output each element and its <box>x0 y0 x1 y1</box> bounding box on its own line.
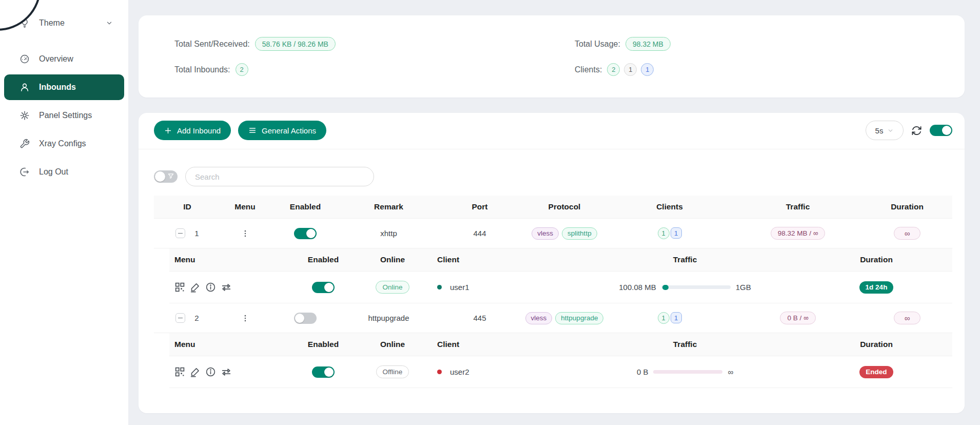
add-inbound-label: Add Inbound <box>177 126 221 135</box>
col-client-duration: Duration <box>800 340 952 349</box>
client-duration-badge: 1d 24h <box>859 281 894 294</box>
col-client-name: Client <box>426 255 570 264</box>
client-status-dot <box>437 285 442 289</box>
general-actions-button[interactable]: General Actions <box>238 121 326 140</box>
search-row <box>154 167 952 186</box>
id-cell: 1 <box>154 228 221 238</box>
col-menu: Menu <box>221 202 269 211</box>
inbound-enabled-toggle[interactable] <box>294 313 317 324</box>
clients-deactivated-badge: 1 <box>624 63 637 76</box>
clients-cell: 1 1 <box>605 312 734 324</box>
col-client-online: Online <box>359 255 426 264</box>
add-inbound-button[interactable]: Add Inbound <box>154 121 231 140</box>
refresh-interval-value: 5s <box>875 126 884 135</box>
inbound-enabled-toggle[interactable] <box>294 228 317 239</box>
gear-icon <box>19 110 30 121</box>
online-status-pill: Offline <box>376 365 409 378</box>
duration-pill: ∞ <box>894 312 920 324</box>
client-subtable: Menu Enabled Online Client Traffic Durat… <box>169 248 952 303</box>
refresh-interval-select[interactable]: 5s <box>866 121 904 140</box>
inbound-row: 2 httpupgrade 445 vless httpupgrade 1 1 <box>154 303 952 333</box>
sidebar-item-label: Log Out <box>39 167 68 177</box>
qr-code-icon[interactable] <box>174 282 185 293</box>
client-name-cell: user1 <box>426 283 570 292</box>
collapse-row-button[interactable] <box>175 313 185 323</box>
toolbar-divider <box>139 149 965 149</box>
traffic-used: 100.08 MB <box>619 283 656 292</box>
stat-total-sent-received: Total Sent/Received: 58.76 KB / 98.26 MB <box>174 37 575 51</box>
protocol-cell: vless httpupgrade <box>523 312 605 324</box>
plus-icon <box>164 127 172 134</box>
client-name: user2 <box>450 368 469 376</box>
clients-cell: 1 1 <box>605 227 734 239</box>
stat-total-usage: Total Usage: 98.32 MB <box>575 37 965 51</box>
client-enabled-toggle[interactable] <box>312 366 335 378</box>
inbound-id: 2 <box>194 314 199 322</box>
reset-traffic-icon[interactable] <box>221 282 232 293</box>
row-menu-button[interactable] <box>221 229 269 238</box>
sidebar-item-overview[interactable]: Overview <box>4 46 124 72</box>
stat-total-inbounds: Total Inbounds: 2 <box>174 63 575 76</box>
edit-icon[interactable] <box>190 366 201 377</box>
refresh-button[interactable] <box>911 125 922 136</box>
sidebar-item-label: Overview <box>39 54 73 64</box>
client-traffic-cell: 0 B ∞ <box>570 368 800 376</box>
search-input[interactable] <box>185 167 374 186</box>
col-enabled: Enabled <box>269 202 341 211</box>
clients-online-badge: 1 <box>641 63 654 76</box>
sidebar-item-inbounds[interactable]: Inbounds <box>4 74 124 100</box>
col-client-menu: Menu <box>169 340 287 349</box>
transport-tag: httpupgrade <box>555 312 603 324</box>
client-enabled-toggle[interactable] <box>312 282 335 293</box>
stat-label: Clients: <box>575 65 602 74</box>
row-menu-button[interactable] <box>221 314 269 323</box>
sidebar-item-log-out[interactable]: Log Out <box>4 159 124 185</box>
edit-icon[interactable] <box>190 282 201 293</box>
logout-icon <box>19 167 30 177</box>
wrench-icon <box>19 139 30 149</box>
col-client-name: Client <box>426 340 570 349</box>
stats-card: Total Sent/Received: 58.76 KB / 98.26 MB… <box>139 15 965 98</box>
client-header-row: Menu Enabled Online Client Traffic Durat… <box>169 248 952 272</box>
info-icon[interactable] <box>205 366 216 377</box>
dashboard-icon <box>19 54 30 64</box>
inbound-remark: httpupgrade <box>341 314 436 322</box>
traffic-pill: 0 B / ∞ <box>780 312 815 324</box>
col-remark: Remark <box>341 202 436 211</box>
collapse-row-button[interactable] <box>175 228 185 238</box>
inbound-id: 1 <box>194 229 199 238</box>
auto-refresh-toggle[interactable] <box>930 125 952 136</box>
transport-tag: splithttp <box>562 227 597 240</box>
reset-traffic-icon[interactable] <box>221 366 232 378</box>
col-clients: Clients <box>605 202 734 211</box>
chevron-down-icon <box>106 20 113 27</box>
info-icon[interactable] <box>205 282 216 293</box>
refresh-icon <box>911 125 922 136</box>
inbounds-table: ID Menu Enabled Remark Port Protocol Cli… <box>154 196 952 388</box>
col-client-enabled: Enabled <box>287 255 359 264</box>
stat-count-badge: 2 <box>236 63 248 76</box>
col-port: Port <box>436 202 523 211</box>
filter-toggle[interactable] <box>154 170 178 183</box>
client-online-badge: 1 <box>671 312 682 323</box>
online-status-pill: Online <box>376 281 409 294</box>
stat-label: Total Inbounds: <box>174 65 230 74</box>
general-actions-label: General Actions <box>262 126 316 135</box>
client-online-badge: 1 <box>671 227 682 239</box>
stat-clients: Clients: 2 1 1 <box>575 63 965 76</box>
sidebar-item-xray-configs[interactable]: Xray Configs <box>4 131 124 157</box>
sidebar-item-label: Xray Configs <box>39 139 86 148</box>
sidebar-item-label: Theme <box>39 18 65 28</box>
inbound-port: 445 <box>436 314 523 322</box>
qr-code-icon[interactable] <box>174 366 185 377</box>
stat-value-pill: 98.32 MB <box>625 37 671 51</box>
sidebar-item-panel-settings[interactable]: Panel Settings <box>4 103 124 128</box>
client-row: Offline user2 0 B ∞ Ended <box>169 356 952 388</box>
col-client-traffic: Traffic <box>570 255 800 264</box>
traffic-progress-bar <box>661 285 731 289</box>
client-menu-cell <box>169 282 287 293</box>
stat-label: Total Usage: <box>575 40 620 49</box>
user-icon <box>19 82 30 92</box>
client-row: Online user1 100.08 MB 1GB 1d 24h <box>169 272 952 303</box>
traffic-total: 1GB <box>736 283 751 292</box>
